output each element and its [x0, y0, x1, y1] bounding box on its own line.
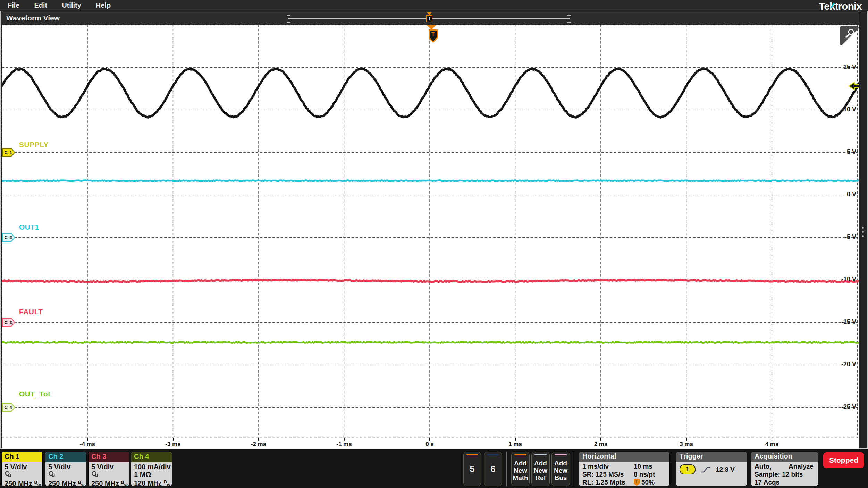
trigger-flag-triangle-icon	[427, 25, 436, 29]
x-axis-label: -3 ms	[158, 441, 189, 448]
trigger-panel-title: Trigger	[676, 452, 747, 462]
trigger-position-thumb[interactable]: T	[426, 15, 432, 22]
horizontal-panel-title: Horizontal	[579, 452, 669, 462]
x-axis-label: 3 ms	[671, 441, 702, 448]
menu-utility[interactable]: Utility	[62, 1, 81, 9]
horizontal-panel[interactable]: Horizontal 1 ms/div10 ms SR: 125 MS/s8 n…	[579, 452, 670, 486]
x-axis-tick	[772, 438, 772, 441]
right-rail	[859, 11, 867, 448]
divider	[574, 452, 574, 486]
sample-rate: SR: 125 MS/s	[582, 470, 634, 478]
trigger-source-badge: 1	[680, 464, 696, 474]
x-axis-tick	[600, 438, 601, 441]
x-axis-label: -4 ms	[72, 441, 103, 448]
x-axis-tick	[173, 438, 174, 441]
add-new-bus-button[interactable]: Add New Bus	[551, 452, 570, 486]
acquisition-mode: Auto,	[755, 462, 789, 470]
slider-right-bracket	[567, 15, 571, 23]
channel-bandwidth: 120 MHz Bw	[134, 478, 170, 486]
button-stripe	[555, 454, 567, 455]
channel-card-title: Ch 4	[131, 452, 172, 462]
x-axis-label: 4 ms	[756, 441, 787, 448]
drag-handle-icon[interactable]	[862, 224, 864, 239]
x-axis-tick	[429, 438, 430, 441]
menu-file[interactable]: File	[8, 1, 19, 9]
channel-scale: 5 V/div	[5, 463, 40, 471]
sample-interval: 8 ns/pt	[634, 470, 655, 478]
acquisition-count: 17 Acqs	[755, 478, 815, 486]
x-axis-tick	[686, 438, 687, 441]
waveform-view-panel: Waveform View T T	[0, 11, 868, 449]
horizontal-window: 10 ms	[634, 462, 652, 470]
menu-help[interactable]: Help	[96, 1, 111, 9]
trace-ch1[interactable]	[2, 69, 859, 118]
channel-6-button[interactable]: 6	[484, 452, 502, 486]
channel-card-title: Ch 3	[89, 452, 129, 462]
channel-5-button[interactable]: 5	[463, 452, 481, 486]
probe-icon	[48, 471, 84, 479]
y-axis-label: 10 V	[832, 106, 856, 113]
x-axis-label: 0 s	[414, 441, 445, 448]
acquisition-panel-title: Acquisition	[751, 452, 818, 462]
trace-ch2[interactable]	[2, 180, 859, 181]
waveform-graticule[interactable]: T C 1 C 2 C 3 C 4 SUPP	[2, 25, 859, 438]
channel-bandwidth: 250 MHz Bw	[48, 479, 84, 486]
button-stripe	[466, 454, 478, 455]
divider	[506, 452, 507, 486]
trace-label-out-tot: OUT_Tot	[19, 390, 51, 398]
add-new-math-button[interactable]: Add New Math	[511, 452, 530, 486]
trigger-level-arrow-icon[interactable]	[848, 81, 859, 91]
logo-k: k	[829, 0, 835, 12]
probe-icon	[91, 471, 127, 479]
trigger-panel[interactable]: Trigger 1 12.8 V	[676, 452, 747, 486]
rising-edge-icon	[700, 465, 711, 474]
trigger-flag-icon: T	[429, 29, 438, 43]
run-stop-status-button[interactable]: Stopped	[823, 452, 864, 468]
channel-impedance: 1 MΩ	[134, 471, 170, 478]
zoom-corner-button[interactable]	[840, 26, 859, 45]
channel-scale: 100 mA/div	[134, 463, 170, 471]
waveform-view-tab[interactable]: Waveform View	[6, 14, 60, 22]
graticule-svg	[2, 25, 859, 438]
channel-card-ch4[interactable]: Ch 4 100 mA/div 1 MΩ 120 MHz Bw	[131, 452, 172, 486]
trace-ch4[interactable]	[2, 342, 859, 343]
trigger-position-flag[interactable]: T	[425, 25, 438, 44]
channel-scale: 5 V/div	[48, 463, 84, 471]
trace-label-supply: SUPPLY	[19, 140, 49, 149]
x-axis-tick	[87, 438, 88, 441]
y-axis-label: -15 V	[832, 318, 856, 326]
acquisition-panel[interactable]: Acquisition Auto,Analyze Sample: 12 bits…	[751, 452, 818, 486]
trace-ch3[interactable]	[2, 280, 859, 282]
y-axis-label: -10 V	[832, 276, 856, 283]
x-axis-label: 2 ms	[585, 441, 616, 448]
trace-label-out1: OUT1	[19, 223, 39, 231]
y-axis-label: -25 V	[832, 403, 856, 411]
menu-bar: File Edit Utility Help Tektronix	[0, 0, 868, 11]
channel-bandwidth: 250 MHz Bw	[5, 479, 40, 486]
waveform-view-titlebar: Waveform View T	[1, 11, 867, 25]
y-axis-label: 15 V	[832, 63, 856, 71]
channel-scale: 5 V/div	[91, 463, 127, 471]
y-axis-label: 5 V	[832, 148, 856, 156]
channel-card-title: Ch 1	[2, 452, 42, 462]
x-axis-label: 1 ms	[500, 441, 531, 448]
trigger-level: 12.8 V	[716, 466, 735, 473]
x-axis-tick	[344, 438, 345, 441]
channel-card-ch3[interactable]: Ch 3 5 V/div 250 MHz Bw	[88, 452, 129, 486]
channel-card-ch1[interactable]: Ch 1 5 V/div 250 MHz Bw	[1, 452, 43, 486]
trigger-position-caret-icon	[427, 12, 432, 15]
y-axis-label: -20 V	[832, 361, 856, 368]
x-axis-tick	[258, 438, 259, 441]
horizontal-pan-slider[interactable]: T	[287, 11, 571, 25]
y-axis-label: 0 V	[832, 191, 856, 198]
button-stripe	[534, 454, 547, 455]
settings-bar: Ch 1 5 V/div 250 MHz Bw Ch 2 5 V/div 250…	[0, 450, 868, 488]
trigger-position-percent: 50%	[641, 478, 655, 486]
add-new-ref-button[interactable]: Add New Ref	[531, 452, 550, 486]
menu-edit[interactable]: Edit	[34, 1, 47, 9]
x-axis-tick	[515, 438, 516, 441]
channel-bandwidth: 250 MHz Bw	[91, 479, 127, 486]
x-axis-label: -1 ms	[329, 441, 360, 448]
channel-card-ch2[interactable]: Ch 2 5 V/div 250 MHz Bw	[45, 452, 86, 486]
oscilloscope-screen: File Edit Utility Help Tektronix Wavefor…	[0, 0, 868, 488]
